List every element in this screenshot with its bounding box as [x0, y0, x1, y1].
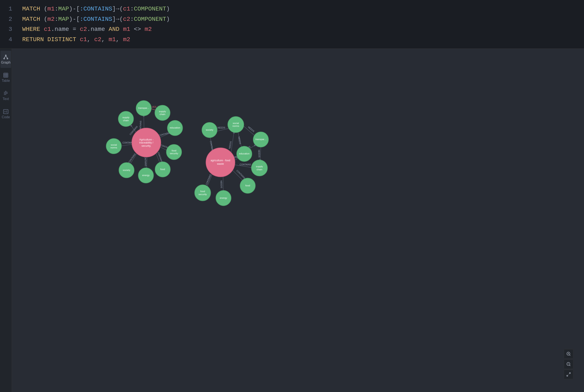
graph-icon	[3, 54, 8, 60]
graph2-supply-node[interactable]: supply chain	[251, 160, 267, 176]
svg-point-35	[166, 144, 182, 160]
zoom-fit-button[interactable]	[564, 370, 573, 379]
zoom-controls	[564, 349, 573, 379]
main-area: Graph Table Text Code	[0, 49, 584, 392]
zoom-in-button[interactable]	[564, 349, 573, 358]
graph1-transp-node[interactable]: transpar...	[136, 101, 152, 116]
svg-line-70	[570, 355, 570, 356]
edge-label-g2-12: NEEDS	[258, 150, 260, 158]
code-line-2: 2 MATCH (m2:MAP)-[:CONTAINS]→(c2:COMPONE…	[8, 14, 576, 24]
svg-point-21	[132, 128, 161, 157]
svg-line-15	[5, 112, 5, 112]
edge-label-g2-11: NEEDS	[238, 136, 242, 144]
graph1-social-node[interactable]: social norms	[106, 138, 122, 154]
edge-label-g2-1: NEEDS	[228, 141, 232, 149]
svg-point-0	[5, 55, 6, 56]
zoom-out-icon	[566, 362, 571, 366]
graph2-education-node[interactable]: education	[236, 146, 252, 162]
graph2-center-node[interactable]: agriculture - food waste	[206, 148, 235, 177]
edge-label-g2-9: NEEDS	[248, 126, 255, 132]
code-editor: 1 MATCH (m1:MAP)-[:CONTAINS]→(c1:COMPONE…	[0, 0, 584, 49]
svg-point-57	[236, 146, 252, 162]
svg-rect-13	[4, 110, 8, 114]
sidebar-code-label: Code	[2, 115, 10, 119]
graph1-society-node[interactable]: society	[119, 162, 134, 178]
graph2-energy-node[interactable]: energy	[216, 190, 231, 206]
svg-point-55	[253, 132, 269, 147]
table-icon	[3, 72, 8, 78]
graph2-society-node[interactable]: society	[202, 122, 217, 138]
svg-point-66	[194, 185, 210, 201]
svg-rect-5	[4, 73, 8, 78]
sidebar-item-table[interactable]: Table	[0, 69, 11, 86]
svg-point-59	[251, 160, 267, 176]
graph1-education-node[interactable]: education	[167, 120, 183, 136]
sidebar-graph-label: Graph	[1, 60, 10, 64]
svg-point-1	[4, 58, 4, 59]
code-icon	[3, 109, 8, 114]
svg-point-47	[206, 148, 235, 177]
edge-label-g2-6: CONTAINS	[236, 170, 246, 179]
svg-point-64	[216, 190, 231, 206]
edge-label-g2-7: NEEDS	[220, 180, 222, 188]
svg-line-3	[4, 56, 6, 58]
zoom-in-icon	[566, 352, 571, 356]
graph2-transp-node[interactable]: transpar...	[253, 132, 269, 147]
svg-point-30	[118, 112, 134, 127]
graph-canvas[interactable]: CONTAINS CONTAINS CONTAINS CONTAINS CONT…	[12, 49, 584, 392]
sidebar-item-code[interactable]: Code	[0, 106, 11, 122]
graph1-supply1-node[interactable]: supply chain	[155, 105, 170, 120]
svg-point-40	[138, 168, 154, 183]
graph2-food-node[interactable]: food	[240, 178, 255, 194]
svg-point-27	[155, 105, 170, 120]
svg-point-25	[136, 101, 152, 116]
sidebar-text-label: Text	[2, 97, 9, 101]
code-line-1: 1 MATCH (m1:MAP)-[:CONTAINS]→(c1:COMPONE…	[8, 4, 576, 14]
svg-point-53	[202, 122, 217, 138]
graph1-supply2-node[interactable]: supply chain	[118, 112, 134, 127]
svg-line-77	[567, 375, 568, 376]
edge-label-g2-10: NEEDS	[218, 127, 225, 129]
graph2-foodsecurity-node[interactable]: food security	[194, 185, 210, 201]
svg-line-4	[6, 56, 8, 58]
sidebar-table-label: Table	[2, 79, 10, 83]
code-line-4: 4 RETURN DISTINCT c1, c2, m1, m2	[8, 34, 576, 45]
svg-point-38	[155, 162, 170, 177]
sidebar-item-graph[interactable]: Graph	[0, 51, 11, 68]
svg-line-74	[570, 365, 570, 366]
sidebar-item-text[interactable]: Text	[0, 87, 11, 104]
graph1-energy-node[interactable]: energy	[138, 168, 154, 183]
code-line-3: 3 WHERE c1.name = c2.name AND m1 <> m2	[8, 24, 576, 34]
svg-point-2	[7, 58, 8, 59]
graph1-foodsecurity-node[interactable]: food security	[166, 144, 182, 160]
graph-svg: CONTAINS CONTAINS CONTAINS CONTAINS CONT…	[12, 49, 584, 392]
svg-point-50	[228, 116, 244, 132]
graph1-food-node[interactable]: food	[155, 162, 170, 177]
graph1-center-node[interactable]: Agriculture - traceability / security,	[132, 128, 161, 157]
text-icon	[3, 90, 8, 96]
svg-point-33	[167, 120, 183, 136]
edge-label-g1-5: CONTAINS	[157, 152, 163, 163]
zoom-out-button[interactable]	[564, 360, 573, 369]
zoom-fit-icon	[566, 372, 571, 377]
edge-label-g1-8: CONTAINS	[128, 153, 136, 164]
edge-label-g1-3: CONTAINS	[158, 132, 170, 137]
sidebar: Graph Table Text Code	[0, 49, 12, 392]
svg-line-76	[569, 373, 570, 374]
svg-point-45	[119, 162, 134, 178]
svg-point-62	[240, 178, 255, 194]
edge-label-g2-5: CONTAINS	[240, 164, 251, 166]
graph2-social-node[interactable]: social norms	[228, 116, 244, 132]
svg-point-42	[106, 138, 122, 154]
